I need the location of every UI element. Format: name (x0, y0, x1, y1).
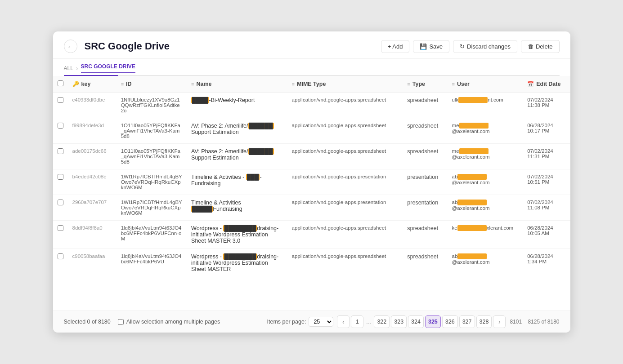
highlighted-text: ████ (191, 97, 209, 103)
user-blur (459, 148, 489, 154)
cell-id: 1O11I0ao05YPjFQfIKKFa_qAwnFi1VhcTAVa3-Ka… (117, 118, 187, 144)
breadcrumb-current: SRC GOOGLE DRIVE (81, 63, 135, 73)
user-blur (457, 200, 487, 205)
cell-type: spreadsheet (403, 249, 447, 277)
page-btn-327[interactable]: 327 (459, 315, 475, 328)
table-row: c40933df0dbe1NfIULbluezy1XV9u8Gz1QQwRzfT… (53, 93, 570, 118)
cell-key: ade00175dc66 (68, 144, 117, 169)
table-row: ade00175dc661O11I0ao05YPjFQfIKKFa_qAwnFi… (53, 144, 570, 169)
col-header-name[interactable]: ≡ Name (187, 76, 287, 93)
row-checkbox-5[interactable] (58, 225, 63, 231)
cell-user: me@axelerant.com (448, 118, 523, 144)
cell-key: b4eded42c08e (68, 169, 117, 195)
breadcrumb: ALL › SRC GOOGLE DRIVE (53, 59, 570, 73)
cell-mime: application/vnd.google-apps.spreadsheet (287, 249, 403, 277)
cell-mime: application/vnd.google-apps.spreadsheet (287, 118, 403, 144)
cell-type: spreadsheet (403, 221, 447, 249)
table-row: f99894defe3d1O11I0ao05YPjFQfIKKFa_qAwnFi… (53, 118, 570, 144)
row-checkbox-3[interactable] (58, 174, 63, 180)
items-per-page-container: Items per page: 25 50 100 (267, 317, 334, 327)
cell-name: Timeline & Activities - ███-Fundraising (187, 169, 287, 195)
cell-id: 1lq8jbi4aVvuLtm94t63JO4bc6MFFc4bkP6VU (117, 249, 187, 277)
page-btn-322[interactable]: 322 (374, 315, 390, 328)
cell-key: 2960a707e707 (68, 195, 117, 221)
table-row: b4eded42c08e1WI1Rp7ICBTfHmdL4gBYOwo7eVRD… (53, 169, 570, 195)
delete-icon: 🗑 (528, 43, 533, 50)
table-row: 8ddf94f8f8a01lq8jbi4aVvuLtm94t63JO4bc6MF… (53, 221, 570, 249)
cell-user: kexlerant.com (448, 221, 523, 249)
cell-user: ab@axelerant.com (448, 249, 523, 277)
cell-mime: application/vnd.google-apps.presentation (287, 169, 403, 195)
cell-name: Timeline & Activities █████Fundraising (187, 195, 287, 221)
highlighted-text: ████████ (223, 225, 257, 231)
cell-mime: application/vnd.google-apps.presentation (287, 195, 403, 221)
cell-date: 07/02/202410:51 PM (523, 169, 570, 195)
col-header-id[interactable]: ≡ ID (117, 76, 187, 93)
back-button[interactable]: ← (64, 40, 77, 53)
cell-date: 06/28/202410:05 AM (523, 221, 570, 249)
table-container: 🔑 key ≡ ID ≡ Name (53, 76, 570, 311)
cell-user: ab@axelerant.com (448, 169, 523, 195)
cell-name: Wordpress - ████████draising-initiative … (187, 221, 287, 249)
save-button[interactable]: 💾 Save (413, 40, 449, 53)
sort-icon-name: ≡ (191, 81, 194, 87)
breadcrumb-all[interactable]: ALL (64, 65, 73, 71)
highlighted-text: ████████ (223, 253, 257, 260)
col-header-user[interactable]: ≡ User (448, 76, 523, 93)
table-row: c90058baafaa1lq8jbi4aVvuLtm94t63JO4bc6MF… (53, 249, 570, 277)
highlighted-text: ██████ (248, 148, 274, 155)
data-table: 🔑 key ≡ ID ≡ Name (53, 76, 570, 277)
table-header-row: 🔑 key ≡ ID ≡ Name (53, 76, 570, 93)
sort-icon-user: ≡ (452, 81, 455, 87)
cell-key: c90058baafaa (68, 249, 117, 277)
add-button[interactable]: + Add (381, 40, 410, 53)
cell-type: presentation (403, 169, 447, 195)
user-blur (457, 225, 487, 231)
cell-key: f99894defe3d (68, 118, 117, 144)
page-btn-326[interactable]: 326 (442, 315, 458, 328)
page-btn-328[interactable]: 328 (476, 315, 492, 328)
col-header-mime[interactable]: ≡ MIME Type (287, 76, 403, 93)
select-all-checkbox[interactable] (58, 80, 63, 86)
user-blur (459, 123, 489, 129)
user-blur (457, 174, 487, 180)
page-btn-323[interactable]: 323 (391, 315, 407, 328)
cell-key: c40933df0dbe (68, 93, 117, 118)
cell-name: ████-Bi-Weekly-Report (187, 93, 287, 118)
page-btn-324[interactable]: 324 (408, 315, 424, 328)
cell-id: 1lq8jbi4aVvuLtm94t63JO4bc6MFFc4bkP6VUFCn… (117, 221, 187, 249)
header: ← SRC Google Drive + Add 💾 Save ↻ Discar… (53, 31, 570, 59)
row-checkbox-0[interactable] (58, 97, 63, 103)
cell-name: Wordpress - ████████draising-initiative … (187, 249, 287, 277)
select-all-header[interactable] (53, 76, 68, 93)
user-blur (458, 97, 488, 103)
page-btn-325[interactable]: 325 (425, 315, 441, 328)
table-body: c40933df0dbe1NfIULbluezy1XV9u8Gz1QQwRzfT… (53, 93, 570, 277)
col-header-editdate[interactable]: 📅 Edit Date (523, 76, 570, 93)
allow-selection-checkbox[interactable] (118, 319, 124, 325)
delete-button[interactable]: 🗑 Delete (521, 40, 560, 53)
col-header-key[interactable]: 🔑 key (68, 76, 117, 93)
row-checkbox-2[interactable] (58, 148, 63, 154)
cell-date: 07/02/202411:31 PM (523, 144, 570, 169)
col-header-type[interactable]: ≡ Type (403, 76, 447, 93)
discard-button[interactable]: ↻ Discard changes (453, 40, 517, 53)
save-icon: 💾 (420, 43, 427, 50)
sort-icon-id: ≡ (121, 81, 124, 87)
page-btn-1[interactable]: 1 (351, 315, 363, 328)
page-prev-button[interactable]: ‹ (337, 315, 350, 328)
row-checkbox-4[interactable] (58, 200, 63, 205)
row-checkbox-1[interactable] (58, 123, 63, 129)
items-per-page-label: Items per page: (267, 319, 306, 325)
cell-date: 06/28/202410:17 PM (523, 118, 570, 144)
back-icon: ← (67, 43, 74, 50)
row-checkbox-6[interactable] (58, 253, 63, 259)
per-page-select[interactable]: 25 50 100 (309, 317, 333, 327)
user-blur (457, 253, 487, 259)
cell-id: 1O11I0ao05YPjFQfIKKFa_qAwnFi1VhcTAVa3-Ka… (117, 144, 187, 169)
breadcrumb-separator: › (76, 65, 78, 72)
cell-id: 1WI1Rp7ICBTfHmdL4gBYOwo7eVRDqHRqRkuCXpkn… (117, 195, 187, 221)
page-next-button[interactable]: › (493, 315, 506, 328)
cell-date: 06/28/20241:34 PM (523, 249, 570, 277)
selected-count: Selected 0 of 8180 (64, 319, 111, 325)
